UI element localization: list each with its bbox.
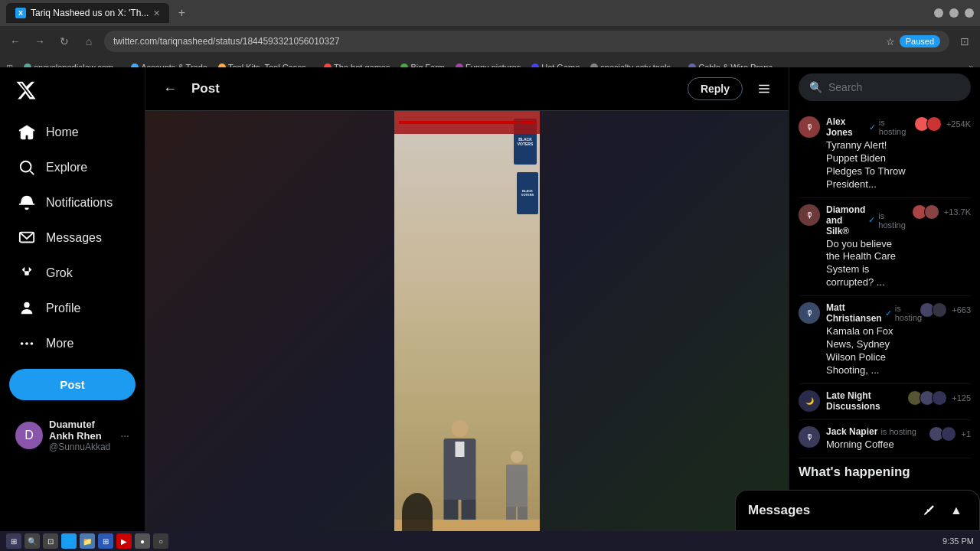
listener-count: +254K: [946, 119, 971, 129]
sidebar-item-notifications[interactable]: Notifications: [9, 187, 136, 219]
title-bar: X Tariq Nasheed us on X: 'Th... ✕ +: [0, 0, 980, 26]
space-info: Matt Christiansen ✓ is hosting Kamala on…: [826, 302, 913, 377]
user-handle: @SunnuAkkad: [49, 442, 114, 452]
close-button[interactable]: [965, 8, 974, 18]
video-container[interactable]: BLACKVOTERS BLACKVOTERS: [145, 111, 789, 531]
video-placeholder: BLACKVOTERS BLACKVOTERS: [145, 111, 789, 531]
space-host-avatar: 🎙: [799, 426, 820, 448]
back-button[interactable]: ←: [158, 77, 182, 101]
messages-actions: ▲: [918, 500, 967, 521]
sidebar-item-label: Messages: [46, 231, 102, 245]
task-view-button[interactable]: ⊡: [43, 533, 58, 549]
listener-pile: +13.7K: [912, 204, 971, 220]
space-item-late-night[interactable]: 🌙 Late Night Discussions +125: [799, 384, 971, 420]
start-button[interactable]: ⊞: [6, 533, 21, 549]
listener-avatar: [924, 204, 939, 220]
left-sidebar: Home Explore Notifications: [0, 67, 145, 531]
space-host-line: Late Night Discussions: [826, 390, 901, 412]
space-item-alex-jones[interactable]: 🎙 Alex Jones ✓ is hosting Tyranny Alert!…: [799, 110, 971, 198]
explorer-taskbar[interactable]: 📁: [80, 533, 95, 549]
tab-favicon: X: [15, 8, 26, 18]
app-taskbar-1[interactable]: ▶: [116, 533, 132, 549]
maximize-button[interactable]: [949, 8, 959, 18]
messages-panel: Messages ▲: [735, 490, 980, 531]
address-bar[interactable]: twitter.com/tariqnasheed/status/18445933…: [104, 31, 949, 52]
space-host-name: Late Night Discussions: [826, 390, 901, 412]
space-host-avatar: 🎙: [799, 116, 820, 138]
sidebar-item-label: More: [46, 337, 74, 350]
space-item-diamond-silk[interactable]: 🎙 Diamond and Silk® ✓ is hosting Do you …: [799, 198, 971, 297]
sidebar-item-home[interactable]: Home: [9, 116, 136, 148]
space-title: Tyranny Alert! Puppet Biden Pledges To T…: [826, 139, 908, 191]
app-container: Home Explore Notifications: [0, 67, 980, 531]
clock: 9:35 PM: [942, 536, 974, 546]
svg-point-7: [31, 342, 34, 345]
x-logo[interactable]: [15, 80, 40, 104]
avatar: D: [15, 422, 43, 449]
space-host-name: Matt Christiansen: [826, 302, 882, 324]
listener-pile: +663: [920, 302, 971, 318]
active-tab[interactable]: X Tariq Nasheed us on X: 'Th... ✕: [6, 3, 169, 23]
search-placeholder: Search: [828, 81, 862, 93]
space-host-name: Diamond and Silk®: [826, 204, 865, 236]
search-box[interactable]: 🔍 Search: [799, 73, 971, 101]
whats-happening-title: What's happening: [799, 465, 971, 480]
svg-point-0: [21, 161, 31, 172]
listener-avatar: [932, 302, 947, 318]
post-page-title: Post: [191, 81, 678, 96]
address-url: twitter.com/tariqnasheed/status/18445933…: [113, 36, 340, 47]
sidebar-item-explore[interactable]: Explore: [9, 152, 136, 184]
messages-header: Messages ▲: [736, 491, 979, 531]
space-item-jack[interactable]: 🎙 Jack Napier is hosting Morning Coffee …: [799, 420, 971, 458]
forward-nav-button[interactable]: →: [31, 32, 49, 51]
sidebar-item-profile[interactable]: Profile: [9, 292, 136, 324]
space-info: Jack Napier is hosting Morning Coffee: [826, 426, 923, 452]
app-taskbar-2[interactable]: ●: [135, 533, 150, 549]
star-icon[interactable]: ☆: [886, 36, 895, 47]
reply-button[interactable]: Reply: [688, 77, 743, 100]
tab-close-button[interactable]: ✕: [153, 8, 160, 18]
back-nav-button[interactable]: ←: [6, 32, 24, 51]
user-info: Duamutef Ankh Rhen @SunnuAkkad: [49, 419, 114, 452]
hosting-text: is hosting: [880, 427, 916, 436]
refresh-button[interactable]: ↻: [55, 32, 74, 51]
grok-icon: [18, 265, 35, 282]
home-nav-button[interactable]: ⌂: [80, 32, 98, 51]
space-item-matt[interactable]: 🎙 Matt Christiansen ✓ is hosting Kamala …: [799, 296, 971, 384]
listener-count: +125: [952, 393, 971, 403]
messages-title: Messages: [748, 503, 918, 518]
sidebar-item-messages[interactable]: Messages: [9, 222, 136, 254]
space-host-line: Diamond and Silk® ✓ is hosting: [826, 204, 906, 236]
space-host-name: Jack Napier: [826, 426, 877, 437]
listener-avatar: [941, 426, 956, 442]
space-host-line: Jack Napier is hosting: [826, 426, 923, 437]
address-bar-row: ← → ↻ ⌂ twitter.com/tariqnasheed/status/…: [0, 26, 980, 57]
compose-message-button[interactable]: [918, 500, 939, 521]
collapse-messages-button[interactable]: ▲: [946, 500, 967, 521]
app-taskbar-3[interactable]: ○: [153, 533, 168, 549]
sidebar-item-label: Notifications: [46, 196, 113, 210]
sidebar-item-label: Explore: [46, 161, 87, 174]
sidebar-item-grok[interactable]: Grok: [9, 257, 136, 289]
space-host-line: Matt Christiansen ✓ is hosting: [826, 302, 913, 324]
tab-label: Tariq Nasheed us on X: 'Th...: [31, 8, 149, 18]
extensions-button[interactable]: ⊡: [956, 32, 974, 51]
notifications-icon: [18, 194, 35, 211]
messages-icon: [18, 230, 35, 246]
minimize-button[interactable]: [934, 8, 943, 18]
more-icon: [18, 335, 35, 352]
browser-taskbar[interactable]: 🌐: [61, 533, 77, 549]
post-button[interactable]: Post: [9, 369, 136, 400]
space-host-name: Alex Jones: [826, 116, 866, 138]
home-icon: [18, 124, 35, 141]
settings-button[interactable]: [752, 77, 776, 101]
user-profile[interactable]: D Duamutef Ankh Rhen @SunnuAkkad ···: [9, 412, 136, 458]
store-taskbar[interactable]: ⊞: [98, 533, 113, 549]
space-info: Late Night Discussions: [826, 390, 901, 413]
new-tab-button[interactable]: +: [172, 4, 191, 22]
sidebar-item-more[interactable]: More: [9, 328, 136, 360]
search-taskbar-button[interactable]: 🔍: [24, 533, 40, 549]
pause-badge: Paused: [900, 35, 940, 47]
listener-pile: +125: [907, 390, 971, 406]
space-host-avatar: 🎙: [799, 302, 820, 324]
